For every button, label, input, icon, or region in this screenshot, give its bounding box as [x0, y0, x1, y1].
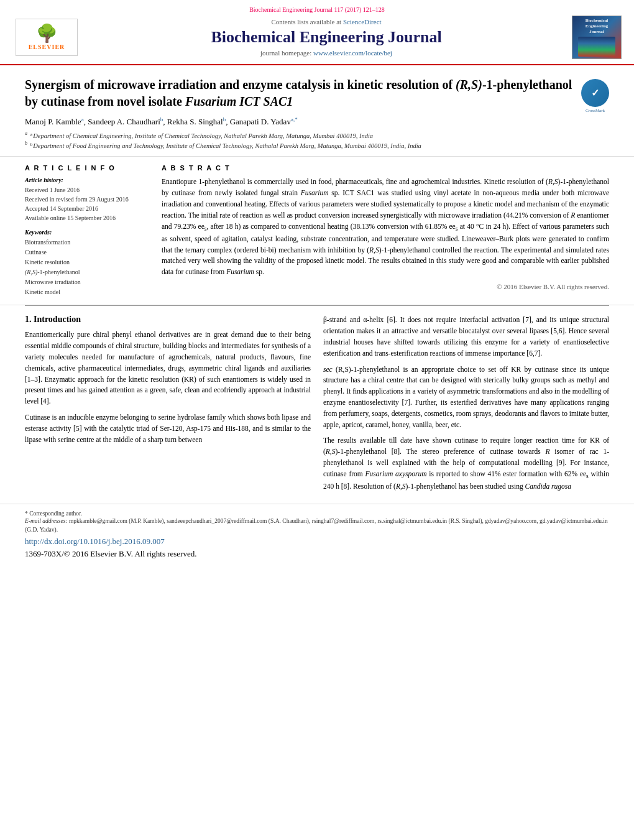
journal-header: Biochemical Engineering Journal 117 (201… — [0, 0, 634, 65]
page-footer: * Corresponding author. E-mail addresses… — [0, 504, 634, 565]
intro-para-3: β-strand and α-helix [6]. It does not re… — [323, 315, 609, 359]
abstract-heading: A B S T R A C T — [162, 164, 609, 172]
keywords-block: Keywords: Biotransformation Cutinase Kin… — [25, 229, 149, 297]
crossmark-logo: ✓ CrossMark — [581, 79, 609, 107]
article-header: Synergism of microwave irradiation and e… — [0, 65, 634, 157]
accepted-date: Accepted 14 September 2016 — [25, 204, 149, 213]
journal-header-inner: 🌳 ELSEVIER Contents lists available at S… — [0, 16, 634, 64]
article-info-heading: A R T I C L E I N F O — [25, 164, 149, 172]
available-date: Available online 15 September 2016 — [25, 213, 149, 223]
keyword-4: (R,S)-1-phenylethanol — [25, 267, 149, 277]
keyword-6: Kinetic model — [25, 287, 149, 297]
journal-title-center: Contents lists available at ScienceDirec… — [81, 18, 572, 57]
intro-left-col: 1. Introduction Enantiomerically pure ch… — [25, 315, 311, 497]
keywords-label: Keywords: — [25, 229, 149, 236]
keyword-2: Cutinase — [25, 247, 149, 257]
two-col-section: A R T I C L E I N F O Article history: R… — [0, 157, 634, 305]
keyword-1: Biotransformation — [25, 238, 149, 247]
intro-para-1: Enantiomerically pure chiral phenyl etha… — [25, 330, 311, 407]
abstract-text: Enantiopure 1-phenylethanol is commercia… — [162, 177, 609, 278]
article-info-col: A R T I C L E I N F O Article history: R… — [25, 164, 149, 297]
article-title: Synergism of microwave irradiation and e… — [25, 76, 575, 110]
introduction-section: 1. Introduction Enantiomerically pure ch… — [0, 306, 634, 497]
elsevier-tree-icon: 🌳 — [36, 25, 58, 42]
doi-link[interactable]: http://dx.doi.org/10.1016/j.bej.2016.09.… — [25, 537, 165, 546]
revised-date: Received in revised form 29 August 2016 — [25, 195, 149, 204]
article-authors: Manoj P. Kamblea, Sandeep A. Chaudharib,… — [25, 116, 609, 127]
history-label: Article history: — [25, 177, 149, 183]
homepage-line: journal homepage: www.elsevier.com/locat… — [81, 49, 572, 57]
corresponding-author-note: * Corresponding author. — [25, 510, 609, 517]
copyright: © 2016 Elsevier B.V. All rights reserved… — [162, 283, 609, 290]
homepage-url[interactable]: www.elsevier.com/locate/bej — [313, 49, 392, 57]
journal-main-title: Biochemical Engineering Journal — [81, 28, 572, 47]
keyword-5: Microwave irradiation — [25, 277, 149, 287]
intro-right-col: β-strand and α-helix [6]. It does not re… — [323, 315, 609, 497]
article-history: Article history: Received 1 June 2016 Re… — [25, 177, 149, 223]
elsevier-logo: 🌳 ELSEVIER — [12, 16, 81, 59]
author-affiliations: a ᵃ Department of Chemical Engineering, … — [25, 131, 609, 149]
email-addresses: mpkkamble@gmail.com (M.P. Kamble), sande… — [25, 518, 608, 533]
page: Biochemical Engineering Journal 117 (201… — [0, 0, 634, 840]
sciencedirect-link[interactable]: ScienceDirect — [343, 18, 382, 25]
journal-ref: Biochemical Engineering Journal 117 (201… — [0, 6, 634, 13]
affiliation-a: a ᵃ Department of Chemical Engineering, … — [25, 131, 609, 139]
article-title-row: Synergism of microwave irradiation and e… — [25, 76, 609, 110]
intro-para-2: Cutinase is an inducible enzyme belongin… — [25, 412, 311, 445]
received-date: Received 1 June 2016 — [25, 185, 149, 195]
elsevier-wordmark: ELSEVIER — [29, 44, 65, 50]
keyword-3: Kinetic resolution — [25, 257, 149, 267]
intro-heading: 1. Introduction — [25, 315, 311, 325]
abstract-col: A B S T R A C T Enantiopure 1-phenyletha… — [162, 164, 609, 297]
affiliation-b: b ᵇ Department of Food Engineering and T… — [25, 141, 609, 149]
intro-para-5: The results available till date have sho… — [323, 435, 609, 492]
email-line: E-mail addresses: mpkkamble@gmail.com (M… — [25, 517, 609, 535]
intro-para-4: sec (R,S)-1-phenylethanol is an appropri… — [323, 364, 609, 431]
contents-line: Contents lists available at ScienceDirec… — [81, 18, 572, 25]
journal-cover-image: BiochemicalEngineeringJournal — [572, 16, 622, 59]
crossmark-icon: ✓ — [581, 79, 609, 107]
issn-line: 1369-703X/© 2016 Elsevier B.V. All right… — [25, 549, 609, 559]
doi-line: http://dx.doi.org/10.1016/j.bej.2016.09.… — [25, 537, 609, 547]
